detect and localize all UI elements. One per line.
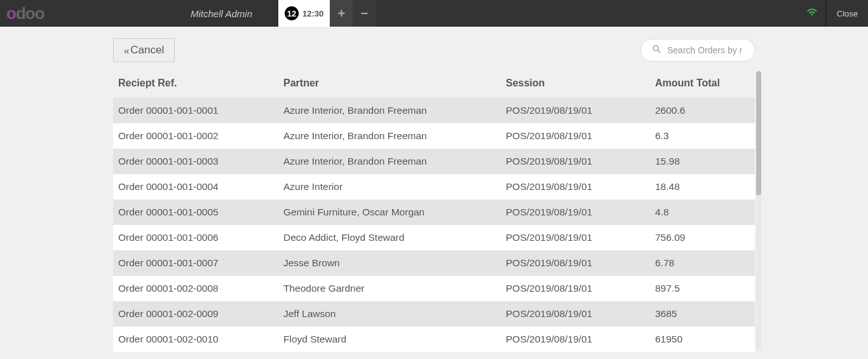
svg-point-0 <box>653 46 658 51</box>
col-header-partner: Partner <box>278 71 501 98</box>
cell-ref: Order 00001-001-0002 <box>113 123 278 149</box>
chevron-left-icon: « <box>124 45 126 56</box>
cell-session: POS/2019/08/19/01 <box>501 301 650 327</box>
cell-partner: Floyd Steward <box>278 327 501 352</box>
table-row[interactable]: Order 00001-002-0009Jeff LawsonPOS/2019/… <box>113 301 755 327</box>
cell-amount: 2600.6 <box>650 98 755 123</box>
cell-amount: 15.98 <box>650 149 755 174</box>
search-icon <box>653 45 661 55</box>
search-input[interactable] <box>667 45 743 55</box>
cell-session: POS/2019/08/19/01 <box>501 123 650 149</box>
cell-session: POS/2019/08/19/01 <box>501 250 650 276</box>
cell-amount: 6.3 <box>650 123 755 149</box>
cell-ref: Order 00001-001-0003 <box>113 149 278 174</box>
cell-ref: Order 00001-002-0010 <box>113 327 278 352</box>
table-row[interactable]: Order 00001-001-0006Deco Addict, Floyd S… <box>113 225 755 250</box>
table-row[interactable]: Order 00001-002-0010Floyd StewardPOS/201… <box>113 327 755 352</box>
time-box[interactable]: 12 12:30 <box>278 0 330 27</box>
user-name[interactable]: Mitchell Admin <box>191 8 252 19</box>
cell-ref: Order 00001-002-0009 <box>113 301 278 327</box>
cell-partner: Azure Interior, Brandon Freeman <box>278 123 501 149</box>
table-row[interactable]: Order 00001-001-0002Azure Interior, Bran… <box>113 123 755 149</box>
cell-session: POS/2019/08/19/01 <box>501 327 650 352</box>
col-header-amount: Amount Total <box>650 71 755 98</box>
minus-icon: − <box>360 6 368 21</box>
toolbar: « Cancel <box>113 38 755 62</box>
content: « Cancel Reciept Ref. Partner Session Am… <box>0 27 868 352</box>
cell-amount: 897.5 <box>650 276 755 301</box>
brand-logo[interactable]: odoo <box>0 4 44 24</box>
cell-ref: Order 00001-001-0004 <box>113 174 278 200</box>
cell-amount: 6.78 <box>650 250 755 276</box>
table-row[interactable]: Order 00001-001-0001Azure Interior, Bran… <box>113 98 755 123</box>
orders-table: Reciept Ref. Partner Session Amount Tota… <box>113 71 755 352</box>
table-wrap: Reciept Ref. Partner Session Amount Tota… <box>113 71 755 352</box>
cell-partner: Azure Interior, Brandon Freeman <box>278 98 501 123</box>
col-header-ref: Reciept Ref. <box>113 71 278 98</box>
cell-amount: 4.8 <box>650 200 755 225</box>
cell-amount: 3685 <box>650 301 755 327</box>
cell-partner: Deco Addict, Floyd Steward <box>278 225 501 250</box>
table-row[interactable]: Order 00001-001-0005Gemini Furniture, Os… <box>113 200 755 225</box>
scrollbar-thumb[interactable] <box>756 71 761 195</box>
day-indicator: 12 <box>285 6 299 20</box>
cell-partner: Jeff Lawson <box>278 301 501 327</box>
table-row[interactable]: Order 00001-002-0008Theodore GardnerPOS/… <box>113 276 755 301</box>
cell-ref: Order 00001-001-0006 <box>113 225 278 250</box>
table-row[interactable]: Order 00001-001-0007Jesse BrownPOS/2019/… <box>113 250 755 276</box>
search-box[interactable] <box>641 39 755 62</box>
minus-button[interactable]: − <box>353 0 376 27</box>
time-text: 12:30 <box>302 9 323 18</box>
cell-session: POS/2019/08/19/01 <box>501 149 650 174</box>
wifi-icon <box>799 8 825 19</box>
col-header-session: Session <box>501 71 650 98</box>
cell-partner: Azure Interior, Brandon Freeman <box>278 149 501 174</box>
cell-session: POS/2019/08/19/01 <box>501 200 650 225</box>
cancel-label: Cancel <box>130 44 164 57</box>
time-block: 12 12:30 + − <box>278 0 376 27</box>
svg-line-1 <box>658 50 660 53</box>
cell-ref: Order 00001-001-0007 <box>113 250 278 276</box>
cell-ref: Order 00001-001-0005 <box>113 200 278 225</box>
cell-ref: Order 00001-001-0001 <box>113 98 278 123</box>
cell-session: POS/2019/08/19/01 <box>501 276 650 301</box>
cell-amount: 756.09 <box>650 225 755 250</box>
scrollbar[interactable] <box>756 71 761 352</box>
table-header-row: Reciept Ref. Partner Session Amount Tota… <box>113 71 755 98</box>
cell-partner: Gemini Furniture, Oscar Morgan <box>278 200 501 225</box>
cell-session: POS/2019/08/19/01 <box>501 225 650 250</box>
cell-partner: Theodore Gardner <box>278 276 501 301</box>
cell-ref: Order 00001-002-0008 <box>113 276 278 301</box>
cell-partner: Azure Interior <box>278 174 501 200</box>
cell-partner: Jesse Brown <box>278 250 501 276</box>
table-row[interactable]: Order 00001-001-0004Azure InteriorPOS/20… <box>113 174 755 200</box>
cell-amount: 18.48 <box>650 174 755 200</box>
cell-session: POS/2019/08/19/01 <box>501 98 650 123</box>
cell-amount: 61950 <box>650 327 755 352</box>
topbar-right: Close <box>799 0 868 27</box>
cell-session: POS/2019/08/19/01 <box>501 174 650 200</box>
close-button[interactable]: Close <box>826 0 868 27</box>
table-row[interactable]: Order 00001-001-0003Azure Interior, Bran… <box>113 149 755 174</box>
plus-icon: + <box>337 6 345 21</box>
cancel-button[interactable]: « Cancel <box>113 38 175 62</box>
topbar: odoo Mitchell Admin 12 12:30 + − Close <box>0 0 868 27</box>
plus-button[interactable]: + <box>330 0 353 27</box>
